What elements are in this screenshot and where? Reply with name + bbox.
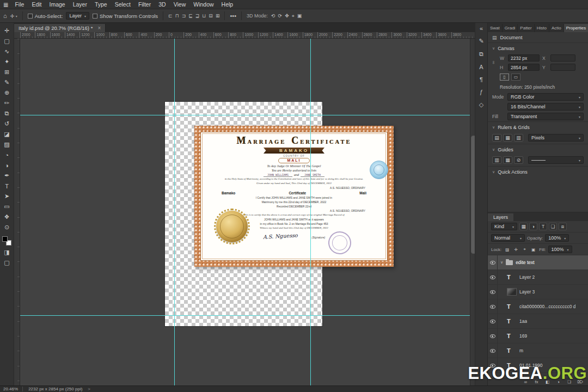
vertical-guide[interactable] (174, 39, 175, 385)
tab-layers[interactable]: Layers (488, 213, 513, 221)
clear-guides-icon[interactable]: ⊘ (514, 156, 523, 164)
align-icon[interactable]: ⊐ (182, 14, 186, 19)
3d-mode-icon[interactable]: ▣ (297, 14, 302, 19)
guides-section-header[interactable]: ∨ Guides (488, 144, 588, 155)
status-arrow-icon[interactable]: > (88, 387, 90, 391)
3d-mode-icon[interactable]: ⟲ (271, 14, 275, 19)
guide-layout-icon[interactable]: ▦ (503, 156, 512, 164)
spot-healing-tool[interactable]: ⊕ (1, 88, 13, 98)
units-dropdown[interactable]: Pixels ▾ (528, 134, 584, 142)
quick-mask-icon[interactable]: ◨ (1, 247, 13, 258)
scrollbar-thumb[interactable] (471, 136, 475, 254)
screen-mode-icon[interactable]: ▢ (1, 258, 13, 268)
height-field[interactable]: 2854 px (508, 64, 540, 71)
dodge-tool[interactable]: ◑ (1, 160, 13, 170)
rulers-grids-section-header[interactable]: ∨ Rulers & Grids (488, 121, 588, 132)
horizontal-ruler[interactable]: 2000180016001400120010008006004002000200… (14, 32, 475, 39)
filter-shape-layers-icon[interactable]: ❏ (549, 223, 557, 230)
auto-select-target-dropdown[interactable]: Layer ▾ (66, 12, 89, 20)
layer-filter-kind-dropdown[interactable]: Kind ▾ (491, 223, 517, 230)
align-icon[interactable]: ⊓ (175, 14, 179, 19)
close-tab-icon[interactable]: × (97, 25, 101, 31)
width-field[interactable]: 2232 px (508, 54, 540, 62)
zoom-level-field[interactable]: 20.46% (3, 387, 23, 391)
layer-row[interactable]: Layer 3 (488, 285, 588, 299)
marriage-certificate-image[interactable]: MARRIAGECERTIFICATE BAMAKO COUNTRY OF MA… (194, 126, 394, 267)
pen-tool[interactable]: ✒ (1, 170, 13, 181)
horizontal-guide[interactable] (20, 115, 475, 115)
current-tool-button[interactable]: ✛ ▾ (10, 13, 17, 19)
move-tool[interactable]: ✛ (1, 26, 13, 36)
lock-all-icon[interactable]: ▣ (530, 246, 537, 253)
lock-position-icon[interactable]: ⌖ (521, 246, 528, 253)
eyedropper-tool[interactable]: ✎ (1, 77, 13, 88)
chevron-down-icon[interactable]: ∨ (500, 260, 503, 265)
quick-selection-tool[interactable]: ✦ (1, 57, 13, 67)
menu-item[interactable]: 3D (155, 1, 169, 8)
menu-item[interactable]: Edit (28, 1, 45, 8)
marquee-tool[interactable]: ▢ (1, 36, 13, 46)
layer-row-group[interactable]: ∨ edite text (488, 255, 588, 270)
toggle-rulers-icon[interactable]: ▤ (492, 134, 501, 142)
layer-row[interactable]: T m (488, 344, 588, 358)
3d-mode-icon[interactable]: ⟳ (278, 14, 283, 19)
document-tab[interactable]: Italy id.psd @ 20.7% (RGB/16) * × (14, 24, 106, 32)
tab-swatches[interactable]: Swat (488, 24, 503, 32)
portrait-orientation-button[interactable]: ▯ (500, 74, 509, 81)
menu-item[interactable]: Window (189, 1, 217, 8)
hand-tool[interactable]: ❖ (1, 212, 13, 222)
menu-item[interactable]: File (11, 1, 28, 8)
history-brush-tool[interactable]: ↺ (1, 119, 13, 129)
bit-depth-dropdown[interactable]: 16 Bits/Channel ▾ (507, 103, 584, 111)
layer-row[interactable]: T cita0000000...ccccccccc0 d (488, 299, 588, 314)
align-icon[interactable]: ⊒ (195, 14, 200, 19)
lasso-tool[interactable]: ∿ (1, 46, 13, 57)
home-icon[interactable]: ⌂ (3, 13, 7, 19)
filter-type-layers-icon[interactable]: T (539, 223, 547, 230)
tab-patterns[interactable]: Patter (518, 24, 534, 32)
tab-actions[interactable]: Actio (549, 24, 564, 32)
filter-smart-objects-icon[interactable]: ⧈ (559, 223, 567, 230)
menu-item[interactable]: View (170, 1, 190, 8)
lock-transparency-icon[interactable]: ▨ (504, 246, 511, 253)
zoom-tool[interactable]: ⊙ (1, 222, 13, 232)
type-tool[interactable]: T (1, 181, 13, 191)
align-icon[interactable]: ⊑ (188, 14, 193, 19)
new-guide-icon[interactable]: ▥ (492, 156, 501, 164)
tab-history[interactable]: Histo (535, 24, 549, 32)
align-icon[interactable]: ⊔ (202, 14, 206, 19)
show-transform-checkbox[interactable]: Show Transform Controls (93, 13, 158, 19)
visibility-toggle[interactable] (488, 270, 498, 284)
visibility-toggle[interactable] (488, 314, 498, 328)
align-icon[interactable]: ⊟ (209, 14, 213, 19)
more-options-icon[interactable]: ••• (230, 13, 236, 19)
align-icon[interactable]: ⊏ (168, 14, 173, 19)
clone-stamp-tool[interactable]: ⧉ (1, 108, 13, 119)
gradient-tool[interactable]: ▨ (1, 139, 13, 150)
app-logo-icon[interactable]: ▦ (0, 2, 11, 8)
opacity-dropdown[interactable]: 100% ▾ (545, 234, 569, 242)
tab-gradients[interactable]: Gradi (503, 24, 518, 32)
menu-item[interactable]: Type (91, 1, 111, 8)
lock-pixels-icon[interactable]: ✛ (512, 246, 519, 253)
brush-tool[interactable]: ✏ (1, 98, 13, 108)
visibility-toggle[interactable] (488, 299, 498, 314)
rectangle-tool[interactable]: ▭ (1, 201, 13, 212)
vertical-ruler[interactable] (14, 39, 20, 385)
color-swatches[interactable] (2, 236, 11, 246)
visibility-toggle[interactable] (488, 344, 498, 358)
vertical-guide[interactable] (310, 39, 311, 385)
toggle-grid-icon[interactable]: ▦ (503, 134, 512, 142)
x-field[interactable] (550, 54, 575, 62)
menu-item[interactable]: Filter (134, 1, 155, 8)
auto-select-checkbox[interactable]: Auto-Select: (28, 13, 63, 19)
menu-item[interactable]: Select (111, 1, 134, 8)
foreground-color-swatch[interactable] (2, 236, 8, 242)
crop-tool[interactable]: ⊞ (1, 67, 13, 77)
vertical-scrollbar[interactable] (470, 39, 475, 385)
fill-dropdown[interactable]: 100% ▾ (548, 246, 572, 253)
guide-style-dropdown[interactable]: ▾ (528, 156, 584, 164)
canvas-section-header[interactable]: ∨ Canvas (488, 42, 588, 53)
blend-mode-dropdown[interactable]: Normal ▾ (491, 234, 525, 242)
path-selection-tool[interactable]: ➤ (1, 191, 13, 201)
